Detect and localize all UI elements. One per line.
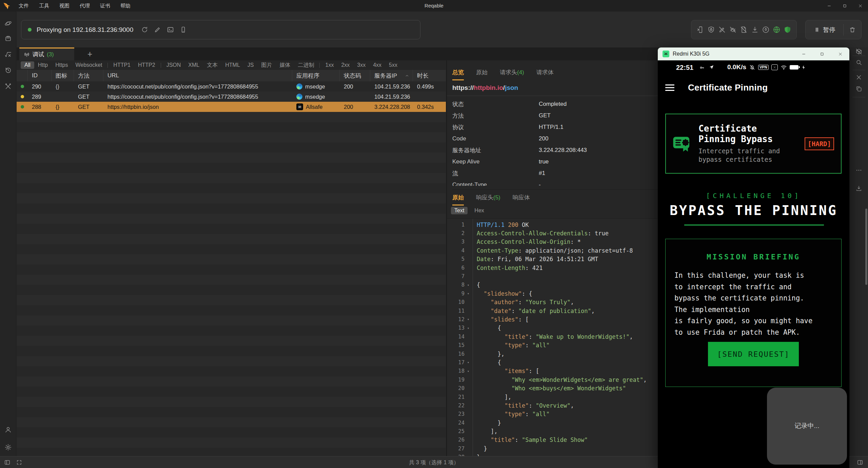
account-icon[interactable]	[4, 426, 12, 433]
fold-icon[interactable]: ▾	[465, 360, 472, 364]
filter-3xx[interactable]: 3xx	[353, 61, 369, 69]
menu-item-2[interactable]: 视图	[54, 0, 75, 12]
filter-1xx[interactable]: 1xx	[321, 61, 337, 69]
column-header-3[interactable]: URL	[103, 70, 292, 81]
device-x-icon[interactable]	[696, 26, 704, 34]
fold-icon[interactable]: ▾	[465, 369, 472, 373]
phone-icon[interactable]	[180, 26, 187, 33]
filter-4xx[interactable]: 4xx	[369, 61, 385, 69]
archive-icon[interactable]	[4, 35, 12, 42]
planet-icon[interactable]	[4, 20, 12, 27]
fullscreen-icon[interactable]	[16, 459, 22, 466]
pause-button[interactable]: 暂停	[806, 26, 843, 34]
menu-item-0[interactable]: 文件	[14, 0, 34, 12]
request-url[interactable]: https://httpbin.io/json	[452, 84, 518, 92]
filter-xml[interactable]: XML	[184, 61, 203, 69]
column-header-5[interactable]: 状态码	[340, 70, 370, 81]
challenge-card[interactable]: Certificate Pinning Bypass Intercept tra…	[665, 114, 842, 174]
dots-icon[interactable]	[855, 167, 862, 174]
column-header-1[interactable]: 图标	[52, 70, 74, 81]
scrollbar-thumb[interactable]	[865, 209, 867, 285]
filter-http1[interactable]: HTTP1	[110, 61, 134, 69]
history-icon[interactable]	[4, 66, 12, 74]
code-text: }	[472, 445, 487, 452]
column-header-0[interactable]: ID	[28, 70, 52, 81]
filter-all[interactable]: All	[21, 61, 34, 69]
filter-http2[interactable]: HTTP2	[134, 61, 159, 69]
download-tray-icon[interactable]	[855, 185, 862, 192]
globe-icon[interactable]	[773, 26, 781, 34]
filter-2xx[interactable]: 2xx	[337, 61, 353, 69]
terminal-icon[interactable]	[167, 26, 174, 33]
phone-minimize-button[interactable]	[794, 47, 813, 60]
doc-off-icon[interactable]	[740, 26, 748, 34]
menu-item-1[interactable]: 工具	[34, 0, 54, 12]
filter-https[interactable]: Https	[52, 61, 72, 69]
column-header-2[interactable]: 方法	[74, 70, 103, 81]
close-button[interactable]	[852, 0, 868, 12]
filter-媒体[interactable]: 媒体	[276, 61, 294, 70]
fold-icon[interactable]: ▾	[465, 283, 472, 287]
request-tab-请求头[interactable]: 请求头(4)	[500, 69, 524, 80]
refresh-icon[interactable]	[141, 26, 148, 33]
edit-icon[interactable]	[154, 26, 161, 33]
table-row-289[interactable]: 289GEThttps://cococut.net/pub/config/con…	[17, 92, 446, 102]
toggle-right-panel-icon[interactable]	[857, 459, 863, 466]
minimize-button[interactable]	[821, 0, 837, 12]
recording-overlay[interactable]: 记录中...	[767, 388, 847, 465]
response-tab-响应头[interactable]: 响应头(5)	[476, 194, 500, 206]
response-tab-响应体[interactable]: 响应体	[513, 194, 530, 206]
request-tab-原始[interactable]: 原始	[476, 69, 488, 80]
column-header-4[interactable]: 应用程序	[292, 70, 340, 81]
filter-json[interactable]: JSON	[163, 61, 185, 69]
phone-window-titlebar[interactable]: Redmi K30i 5G	[658, 47, 849, 60]
shield-lock-icon[interactable]	[707, 26, 715, 34]
filter-js[interactable]: JS	[244, 61, 258, 69]
filter-html[interactable]: HTML	[221, 61, 244, 69]
table-row-288[interactable]: 288{}GEThttps://httpbin.io/json☠Allsafe2…	[17, 102, 446, 112]
fold-icon[interactable]: ▾	[465, 317, 472, 321]
settings-icon[interactable]	[4, 444, 12, 451]
shield-on-icon[interactable]	[784, 26, 791, 34]
fold-icon[interactable]: ▾	[465, 292, 472, 295]
bug-off-icon[interactable]	[729, 26, 737, 34]
maximize-button[interactable]	[837, 0, 852, 12]
download-icon[interactable]	[751, 26, 759, 34]
column-header-6[interactable]: 服务器IP	[370, 70, 413, 81]
tools-icon[interactable]	[4, 83, 12, 90]
new-tab-button[interactable]: +	[83, 47, 97, 60]
view-hex[interactable]: Hex	[471, 207, 487, 214]
response-tab-原始[interactable]: 原始	[452, 194, 464, 206]
copy-icon[interactable]	[855, 85, 862, 92]
menu-item-4[interactable]: 证书	[95, 0, 115, 12]
phone-maximize-button[interactable]	[813, 47, 831, 60]
droplet-icon[interactable]	[762, 26, 770, 34]
search-icon[interactable]	[855, 59, 862, 66]
tab-debug[interactable]: 调试 (3)	[19, 47, 74, 60]
pen-off-icon[interactable]	[718, 26, 726, 34]
math-icon[interactable]	[4, 51, 12, 58]
request-tab-总览[interactable]: 总览	[452, 69, 464, 80]
clear-button[interactable]	[844, 26, 861, 33]
request-tab-请求体[interactable]: 请求体	[536, 69, 554, 80]
view-text[interactable]: Text	[451, 207, 468, 214]
column-header-7[interactable]: 时长	[413, 70, 446, 81]
filter-websocket[interactable]: Websocket	[72, 61, 106, 69]
filter-图片[interactable]: 图片	[257, 61, 276, 70]
close-x-icon[interactable]	[855, 74, 862, 81]
package-x-icon[interactable]	[855, 48, 862, 55]
filter-http[interactable]: Http	[34, 61, 52, 69]
send-request-button[interactable]: [SEND REQUEST]	[708, 342, 799, 366]
proxy-status-bar[interactable]: Proxying on 192.168.31.236:9000	[21, 20, 420, 39]
hamburger-menu-icon[interactable]	[665, 84, 674, 91]
filter-5xx[interactable]: 5xx	[385, 61, 401, 69]
toggle-panel-icon[interactable]	[4, 459, 11, 466]
menu-item-3[interactable]: 代理	[75, 0, 95, 12]
fold-icon[interactable]: ▾	[465, 326, 472, 330]
filter-二进制[interactable]: 二进制	[294, 61, 318, 70]
menu-item-5[interactable]: 帮助	[115, 0, 136, 12]
column-status-dot[interactable]	[17, 70, 28, 81]
filter-文本[interactable]: 文本	[203, 61, 221, 70]
table-row-290[interactable]: 290{}GEThttps://cococut.net/pub/config/c…	[17, 81, 446, 92]
phone-close-button[interactable]	[831, 47, 849, 60]
